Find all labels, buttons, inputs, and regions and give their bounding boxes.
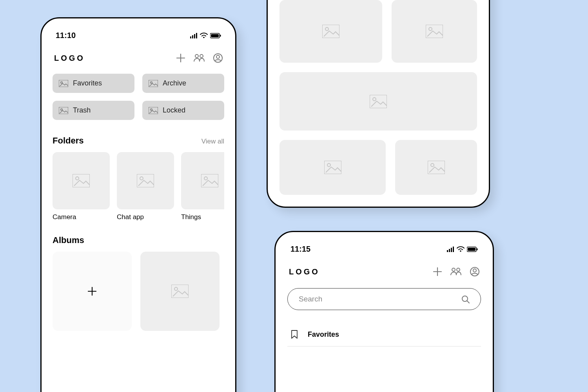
add-button[interactable] xyxy=(433,267,442,276)
list-item-favorites[interactable]: Favorites xyxy=(287,324,481,347)
album-item[interactable] xyxy=(140,252,220,331)
image-placeholder-icon xyxy=(324,161,341,174)
chip-locked[interactable]: Locked xyxy=(142,101,224,120)
add-button[interactable] xyxy=(176,54,185,62)
search-placeholder: Search xyxy=(299,295,322,303)
logo-text: LOGO xyxy=(54,54,85,63)
status-bar: 11:15 xyxy=(287,241,481,265)
image-placeholder-icon xyxy=(426,25,443,38)
image-icon xyxy=(149,80,158,87)
image-placeholder-icon xyxy=(171,285,189,298)
chip-archive[interactable]: Archive xyxy=(142,74,224,93)
gallery-tile[interactable] xyxy=(279,140,386,195)
shared-people-button[interactable] xyxy=(450,267,461,276)
image-placeholder-icon xyxy=(201,174,218,187)
status-time: 11:10 xyxy=(56,31,76,40)
search-input[interactable]: Search xyxy=(287,288,481,310)
chip-label: Archive xyxy=(163,79,186,87)
chip-trash[interactable]: Trash xyxy=(53,101,134,120)
chip-label: Trash xyxy=(73,106,91,114)
image-placeholder-icon xyxy=(370,95,387,108)
gallery-tile[interactable] xyxy=(279,0,382,63)
header-actions xyxy=(176,53,223,63)
status-icons xyxy=(447,246,478,252)
wifi-icon xyxy=(200,33,208,38)
image-icon xyxy=(59,80,68,87)
app-header: LOGO xyxy=(53,51,224,74)
albums-header: Albums xyxy=(53,235,224,245)
status-time: 11:15 xyxy=(290,245,310,254)
cellular-signal-icon xyxy=(447,246,454,252)
folder-label: Chat app xyxy=(117,213,174,221)
folders-header: Folders View all xyxy=(53,136,224,146)
folder-label: Things xyxy=(181,213,224,221)
phone-search-screen: 11:15 LOGO Search Favorites xyxy=(274,231,494,392)
folder-label: Camera xyxy=(53,213,110,221)
phone-gallery-screen xyxy=(267,0,490,208)
folder-things[interactable]: Things xyxy=(181,152,224,221)
folder-thumbnail xyxy=(53,152,110,209)
shared-people-button[interactable] xyxy=(194,54,205,62)
logo-text: LOGO xyxy=(289,267,320,276)
battery-icon xyxy=(467,247,478,252)
plus-icon xyxy=(88,287,96,296)
profile-button[interactable] xyxy=(470,267,479,276)
folder-thumbnail xyxy=(117,152,174,209)
phone-library-screen: 11:10 LOGO Favorites Archive Trash xyxy=(40,17,236,392)
search-icon xyxy=(461,295,470,303)
gallery-tile[interactable] xyxy=(392,0,477,63)
image-icon xyxy=(59,107,68,114)
folders-row[interactable]: Camera Chat app Things xyxy=(53,152,224,221)
gallery-tile[interactable] xyxy=(279,72,477,131)
image-icon xyxy=(149,107,158,114)
status-bar: 11:10 xyxy=(53,28,224,51)
image-placeholder-icon xyxy=(137,174,154,187)
header-actions xyxy=(433,267,479,276)
quick-chips-grid: Favorites Archive Trash Locked xyxy=(53,74,224,120)
wifi-icon xyxy=(457,246,465,252)
section-title: Folders xyxy=(53,136,83,146)
cellular-signal-icon xyxy=(190,33,198,39)
battery-icon xyxy=(210,33,221,38)
albums-row[interactable] xyxy=(53,252,224,331)
chip-label: Favorites xyxy=(73,79,102,87)
image-placeholder-icon xyxy=(428,161,445,174)
status-icons xyxy=(190,33,221,39)
profile-button[interactable] xyxy=(213,53,223,63)
section-title: Albums xyxy=(53,235,84,245)
app-header: LOGO xyxy=(287,265,481,287)
folder-thumbnail xyxy=(181,152,224,209)
chip-favorites[interactable]: Favorites xyxy=(53,74,134,93)
list-item-label: Favorites xyxy=(308,330,339,339)
folder-camera[interactable]: Camera xyxy=(53,152,110,221)
new-album-button[interactable] xyxy=(53,252,132,331)
chip-label: Locked xyxy=(163,106,185,114)
image-placeholder-icon xyxy=(73,174,90,187)
bookmark-icon xyxy=(290,330,298,339)
gallery-tile[interactable] xyxy=(395,140,477,195)
image-placeholder-icon xyxy=(322,25,339,38)
folder-chat-app[interactable]: Chat app xyxy=(117,152,174,221)
view-all-link[interactable]: View all xyxy=(201,138,224,145)
